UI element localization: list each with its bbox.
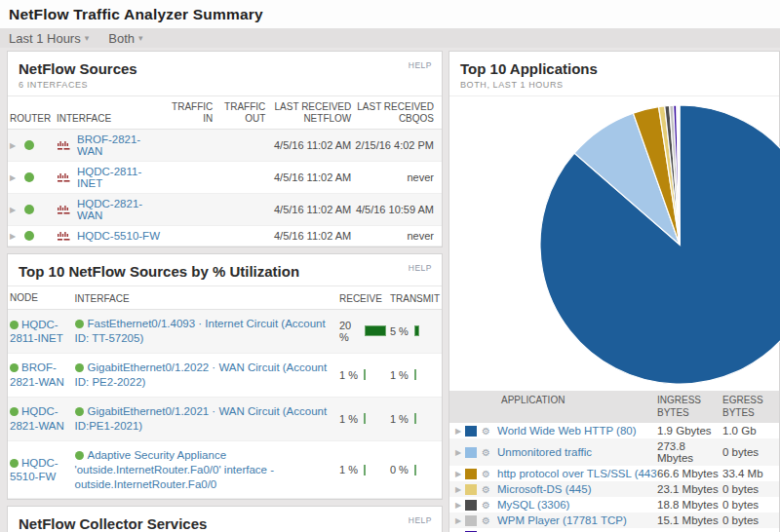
expand-arrow-icon[interactable]: ▶ xyxy=(449,485,463,494)
expand-arrow-icon[interactable]: ▶ xyxy=(449,427,463,436)
transmit-percent: 0 % xyxy=(390,464,410,475)
ingress-bytes-value: 15.1 Mbytes xyxy=(657,514,722,526)
transmit-bar xyxy=(414,465,416,475)
column-header-ingress-bytes: INGRESS BYTES xyxy=(657,395,722,419)
netflow-sources-panel: NetFlow Sources 6 INTERFACES HELP ROUTER… xyxy=(7,51,443,247)
cisco-router-icon xyxy=(57,140,71,151)
last-received-netflow-value: 4/5/16 11:02 AM xyxy=(267,130,353,162)
column-header-receive: RECEIVE xyxy=(337,286,388,310)
status-up-icon xyxy=(75,407,84,416)
chevron-down-icon: ▾ xyxy=(85,33,90,43)
receive-percent: 20 % xyxy=(339,320,360,343)
pie-slice[interactable] xyxy=(679,105,680,245)
application-link[interactable]: http protocol over TLS/SSL (443) xyxy=(497,468,657,479)
time-range-value: Last 1 Hours xyxy=(9,31,81,46)
direction-value: Both xyxy=(108,31,135,46)
interface-link[interactable]: FastEthernet0/1.4093 · Internet Circuit … xyxy=(75,318,326,344)
application-link[interactable]: Microsoft-DS (445) xyxy=(497,483,657,495)
table-row: BROF-2821-WAN GigabitEthernet0/1.2022 · … xyxy=(8,353,442,397)
transmit-bar xyxy=(414,413,416,424)
status-up-icon xyxy=(75,451,84,460)
column-header-router: ROUTER xyxy=(8,96,55,130)
interface-link[interactable]: HQDC-2811-INET xyxy=(77,166,160,189)
application-link[interactable]: Unmonitored traffic xyxy=(497,446,657,458)
application-link[interactable]: World Wide Web HTTP (80) xyxy=(497,425,657,437)
panel-title: Top 10 NetFlow Sources by % Utilization xyxy=(19,263,430,280)
last-received-cbqos-value: 4/5/16 10:59 AM xyxy=(353,194,442,226)
last-received-netflow-value: 4/5/16 11:02 AM xyxy=(267,162,353,194)
status-up-icon xyxy=(75,320,84,328)
application-icon: ⚙ xyxy=(482,469,497,479)
expand-arrow-icon[interactable]: ▶ xyxy=(449,470,463,478)
receive-bar xyxy=(365,325,386,336)
collector-services-panel: NetFlow Collector Services HELP SERVER N… xyxy=(7,506,443,532)
traffic-in-value xyxy=(162,226,214,247)
netflow-sources-table: ROUTER INTERFACE TRAFFIC IN TRAFFIC OUT … xyxy=(8,96,442,247)
traffic-in-value xyxy=(162,130,214,162)
application-icon: ⚙ xyxy=(482,426,497,437)
expand-arrow-icon[interactable]: ▶ xyxy=(10,206,16,214)
egress-bytes-value: 0 bytes xyxy=(722,499,779,511)
interface-link[interactable]: HQDC-2821-WAN xyxy=(77,198,160,221)
time-range-dropdown[interactable]: Last 1 Hours ▾ xyxy=(9,31,89,46)
chevron-down-icon: ▾ xyxy=(138,33,143,43)
ingress-bytes-value: 273.8 Mbytes xyxy=(657,440,722,464)
panel-title: NetFlow Sources xyxy=(19,60,430,77)
panel-subtitle: BOTH, LAST 1 HOURS xyxy=(460,80,767,90)
expand-arrow-icon[interactable]: ▶ xyxy=(449,516,463,525)
receive-bar xyxy=(364,465,366,475)
expand-arrow-icon[interactable]: ▶ xyxy=(449,501,463,510)
traffic-in-value xyxy=(162,162,214,194)
help-link[interactable]: HELP xyxy=(409,60,432,70)
receive-percent: 1 % xyxy=(339,413,359,425)
application-icon: ⚙ xyxy=(482,484,497,495)
receive-percent: 1 % xyxy=(339,464,359,475)
status-up-icon xyxy=(10,321,19,329)
help-link[interactable]: HELP xyxy=(409,263,432,273)
ingress-bytes-value: 66.6 Mbytes xyxy=(657,468,722,479)
status-up-icon xyxy=(24,172,34,182)
receive-bar xyxy=(364,369,366,380)
egress-bytes-value: 0 bytes xyxy=(722,514,779,526)
last-received-cbqos-value: 2/15/16 4:02 PM xyxy=(353,130,442,162)
table-row: ▶ ⚙ World Wide Web HTTP (80) 1.9 Gbytes … xyxy=(449,423,779,438)
egress-bytes-value: 0 bytes xyxy=(722,446,779,458)
interface-link[interactable]: HQDC-5510-FW xyxy=(77,230,160,242)
application-link[interactable]: MySQL (3306) xyxy=(497,499,657,511)
help-link[interactable]: HELP xyxy=(409,515,432,525)
status-up-icon xyxy=(24,205,34,214)
table-row: ▶ ⚙ Unmonitored traffic 273.8 Mbytes 0 b… xyxy=(449,438,779,466)
expand-arrow-icon[interactable]: ▶ xyxy=(10,141,16,150)
table-row: ▶ ⚙ http protocol over TLS/SSL (443) 66.… xyxy=(449,466,779,481)
panel-title: NetFlow Collector Services xyxy=(19,515,430,532)
table-row: ▶ ⚙ X Window System (6007) 12.1 Mbytes 0… xyxy=(449,528,779,532)
receive-bar xyxy=(364,413,366,424)
ingress-bytes-value: 18.8 Mbytes xyxy=(657,499,722,511)
last-received-netflow-value: 4/5/16 11:02 AM xyxy=(267,226,353,247)
transmit-percent: 1 % xyxy=(390,369,410,381)
egress-bytes-value: 33.4 Mb xyxy=(722,468,779,479)
receive-percent: 1 % xyxy=(339,369,359,381)
traffic-out-value xyxy=(214,162,267,194)
application-icon: ⚙ xyxy=(482,500,497,511)
expand-arrow-icon[interactable]: ▶ xyxy=(10,232,16,241)
expand-arrow-icon[interactable]: ▶ xyxy=(10,173,16,182)
expand-arrow-icon[interactable]: ▶ xyxy=(449,448,463,457)
interface-link[interactable]: GigabitEthernet0/1.2021 · WAN Circuit (A… xyxy=(75,405,328,432)
application-link[interactable]: WPM Player (17781 TCP) xyxy=(497,514,657,526)
last-received-cbqos-value: never xyxy=(353,226,442,247)
table-row: ▶ BROF-2821-WAN 4/5/16 11:02 AM 2/15/16 … xyxy=(8,130,442,162)
interface-link[interactable]: BROF-2821-WAN xyxy=(77,133,160,157)
column-header-interface: INTERFACE xyxy=(73,286,338,310)
transmit-bar xyxy=(414,325,420,336)
column-header-last-received-cbqos: LAST RECEIVED CBQOS xyxy=(353,96,442,130)
transmit-bar xyxy=(414,369,416,380)
app-color-swatch xyxy=(465,500,477,511)
column-header-egress-bytes: EGRESS BYTES xyxy=(722,395,779,419)
column-header-interface: INTERFACE xyxy=(55,96,162,130)
table-row: ▶ HQDC-2821-WAN 4/5/16 11:02 AM 4/5/16 1… xyxy=(8,194,442,226)
interface-link[interactable]: Adaptive Security Appliance 'outside.Int… xyxy=(75,449,274,490)
direction-dropdown[interactable]: Both ▾ xyxy=(108,31,142,46)
cisco-router-icon xyxy=(57,205,71,215)
interface-link[interactable]: GigabitEthernet0/1.2022 · WAN Circuit (A… xyxy=(75,361,328,388)
